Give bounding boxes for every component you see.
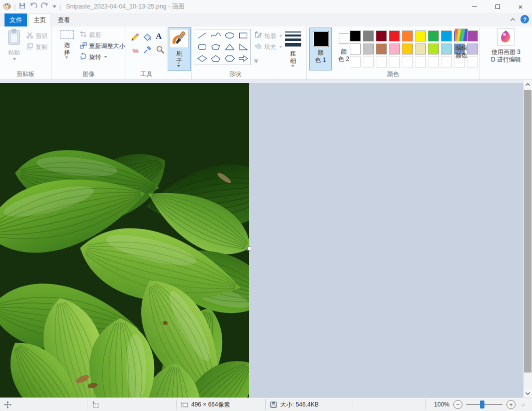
color1-button[interactable]: 颜 色 1 bbox=[309, 28, 332, 70]
palette-swatch[interactable] bbox=[415, 30, 426, 42]
palette-swatch[interactable] bbox=[428, 44, 439, 54]
customize-qat-button[interactable] bbox=[52, 5, 56, 8]
shape-ellipse-icon[interactable] bbox=[223, 30, 237, 41]
palette-swatch[interactable] bbox=[415, 44, 426, 54]
brush-label: 刷 bbox=[176, 50, 182, 58]
file-size-indicator: 大小: 546.4KB bbox=[270, 398, 319, 411]
text-tool-icon: A bbox=[156, 32, 162, 41]
cut-button[interactable]: 剪切 bbox=[26, 32, 48, 40]
group-label-clipboard: 剪贴板 bbox=[0, 70, 51, 78]
redo-button[interactable] bbox=[41, 2, 49, 11]
zoom-slider[interactable] bbox=[466, 404, 502, 405]
group-tools: A 工具 bbox=[126, 26, 167, 80]
shape-right-triangle-icon[interactable] bbox=[237, 41, 251, 52]
palette-swatch[interactable] bbox=[350, 44, 361, 54]
brush-button[interactable]: 刷 子 bbox=[168, 27, 191, 71]
shape-hexagon-icon[interactable] bbox=[223, 53, 237, 64]
palette-swatch[interactable] bbox=[402, 44, 413, 54]
help-button[interactable]: ? bbox=[520, 15, 529, 24]
tab-home[interactable]: 主页 bbox=[29, 14, 51, 26]
canvas-area bbox=[0, 80, 523, 398]
file-size-text: 大小: 546.4KB bbox=[280, 400, 319, 409]
tab-file[interactable]: 文件 bbox=[5, 14, 27, 26]
palette-empty-swatch[interactable] bbox=[376, 56, 387, 68]
select-button[interactable]: 选 择 bbox=[58, 30, 77, 58]
resize-button[interactable]: 重新调整大小 bbox=[80, 42, 125, 50]
edit-colors-label2: 颜色 bbox=[455, 52, 467, 60]
copy-button[interactable]: 复制 bbox=[26, 42, 48, 52]
rotate-button[interactable]: 旋转 bbox=[80, 52, 107, 62]
paste-button[interactable]: 粘贴 bbox=[3, 28, 25, 60]
crop-button[interactable]: 裁剪 bbox=[80, 30, 101, 40]
palette-swatch[interactable] bbox=[389, 44, 400, 54]
fill-label: 填充 bbox=[264, 43, 276, 52]
palette-swatch[interactable] bbox=[350, 30, 361, 42]
pencil-tool-button[interactable] bbox=[130, 32, 140, 44]
eraser-tool-button[interactable] bbox=[130, 46, 140, 56]
paint3d-button[interactable]: 使用画图 3 D 进行编辑 bbox=[484, 28, 528, 64]
palette-swatch[interactable] bbox=[376, 44, 387, 54]
close-button[interactable]: × bbox=[509, 0, 532, 13]
palette-swatch[interactable] bbox=[428, 30, 439, 42]
edit-colors-icon bbox=[455, 28, 468, 42]
vertical-scrollbar[interactable] bbox=[523, 80, 532, 398]
minimize-button[interactable] bbox=[463, 0, 486, 13]
crop-label: 裁剪 bbox=[89, 31, 101, 40]
stroke-size-button[interactable]: 粗 细 bbox=[282, 30, 304, 67]
palette-empty-swatch[interactable] bbox=[415, 56, 426, 68]
scroll-down-button[interactable] bbox=[523, 389, 532, 398]
palette-swatch[interactable] bbox=[402, 30, 413, 42]
paint-window: | | Snipaste_2023-04-04_10-13-25.png - 画… bbox=[0, 0, 532, 411]
shape-outline-button[interactable]: 轮廓 bbox=[255, 32, 282, 40]
palette-swatch[interactable] bbox=[363, 44, 374, 54]
shape-diamond-icon[interactable] bbox=[195, 53, 209, 64]
palette-empty-swatch[interactable] bbox=[363, 56, 374, 68]
palette-empty-swatch[interactable] bbox=[350, 56, 361, 68]
maximize-button[interactable] bbox=[486, 0, 509, 13]
magnifier-tool-button[interactable] bbox=[156, 45, 165, 56]
rotate-label: 旋转 bbox=[89, 53, 101, 62]
image-dimensions-text: 496 × 664像素 bbox=[191, 400, 230, 409]
palette-swatch[interactable] bbox=[376, 30, 387, 42]
fill-tool-button[interactable] bbox=[143, 32, 152, 44]
rotate-icon bbox=[80, 52, 87, 62]
palette-empty-swatch[interactable] bbox=[402, 56, 413, 68]
palette-swatch[interactable] bbox=[389, 30, 400, 42]
zoom-slider-thumb[interactable] bbox=[480, 400, 484, 408]
shape-pentagon-icon[interactable] bbox=[209, 53, 223, 64]
scrollbar-thumb[interactable] bbox=[524, 90, 531, 372]
move-cross-icon bbox=[4, 401, 12, 408]
group-colors: 颜 色 1 颜 色 2 编辑 颜色 颜色 bbox=[307, 26, 480, 80]
shape-curve-icon[interactable] bbox=[209, 30, 223, 41]
save-button[interactable] bbox=[19, 2, 26, 11]
shape-triangle-icon[interactable] bbox=[223, 41, 237, 52]
minimize-icon bbox=[472, 6, 477, 7]
zoom-out-button[interactable]: − bbox=[453, 400, 462, 409]
shape-polygon-icon[interactable] bbox=[209, 41, 223, 52]
palette-empty-swatch[interactable] bbox=[428, 56, 439, 68]
canvas-resize-handle[interactable] bbox=[247, 246, 251, 250]
canvas-image[interactable] bbox=[0, 83, 249, 398]
qat-separator: | bbox=[14, 3, 16, 10]
palette-swatch[interactable] bbox=[363, 30, 374, 42]
edit-colors-button[interactable]: 编辑 颜色 bbox=[448, 28, 475, 60]
shape-right-arrow-icon[interactable] bbox=[237, 53, 251, 64]
palette-empty-swatch[interactable] bbox=[389, 56, 400, 68]
shape-fill-button[interactable]: 填充 bbox=[255, 42, 282, 52]
shape-rectangle-icon[interactable] bbox=[237, 30, 251, 41]
eyedropper-icon bbox=[143, 45, 152, 56]
resize-grip[interactable] bbox=[519, 404, 525, 406]
undo-button[interactable] bbox=[29, 2, 38, 11]
shape-line-icon[interactable] bbox=[195, 30, 209, 41]
shapes-more-icon[interactable] bbox=[254, 60, 258, 63]
shape-rounded-rectangle-icon[interactable] bbox=[195, 41, 209, 52]
paste-icon bbox=[7, 28, 21, 47]
edit-colors-label: 编辑 bbox=[455, 44, 467, 52]
zoom-in-button[interactable]: + bbox=[506, 400, 515, 409]
tab-view[interactable]: 查看 bbox=[53, 14, 75, 26]
collapse-ribbon-button[interactable] bbox=[508, 16, 516, 24]
text-tool-button[interactable]: A bbox=[156, 32, 162, 41]
color-picker-tool-button[interactable] bbox=[143, 45, 152, 56]
selection-size-indicator bbox=[92, 398, 100, 411]
scroll-up-button[interactable] bbox=[523, 80, 532, 88]
